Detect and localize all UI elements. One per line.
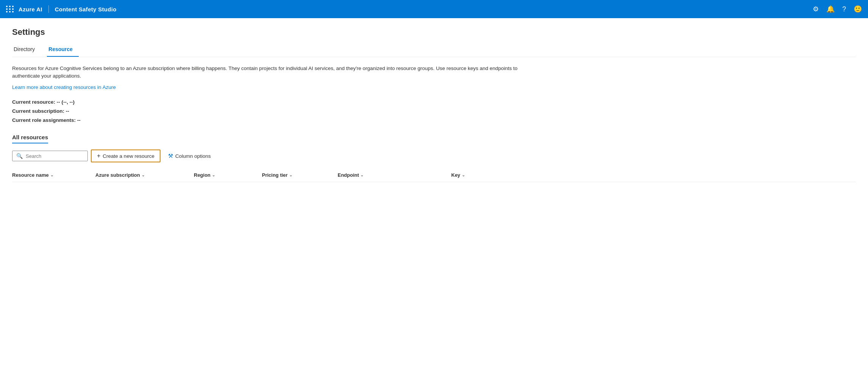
settings-icon[interactable]: ⚙ <box>813 5 819 13</box>
search-input[interactable] <box>26 153 84 159</box>
all-resources-section: All resources 🔍 + Create a new resource … <box>12 134 856 182</box>
sort-icon-key: ⌄ <box>462 173 465 177</box>
th-azure-subscription[interactable]: Azure subscription ⌄ <box>95 172 194 178</box>
create-new-resource-button[interactable]: + Create a new resource <box>91 150 161 162</box>
description-text: Resources for Azure Cognitive Services b… <box>12 65 542 80</box>
top-navigation: Azure AI Content Safety Studio ⚙ 🔔 ? 🙂 <box>0 0 868 18</box>
page-title: Settings <box>12 27 856 37</box>
column-options-label: Column options <box>175 153 211 159</box>
tabs-container: Directory Resource <box>12 43 856 57</box>
app-name-label: Content Safety Studio <box>55 6 117 12</box>
th-endpoint[interactable]: Endpoint ⌄ <box>338 172 451 178</box>
th-resource-name-label: Resource name <box>12 172 49 178</box>
create-button-label: Create a new resource <box>103 153 154 159</box>
th-endpoint-label: Endpoint <box>338 172 359 178</box>
search-box[interactable]: 🔍 <box>12 151 88 161</box>
sort-icon-pricing-tier: ⌄ <box>289 173 292 177</box>
learn-more-link[interactable]: Learn more about creating resources in A… <box>12 84 116 90</box>
th-resource-name[interactable]: Resource name ⌄ <box>12 172 95 178</box>
resource-info: Current resource: -- (--, --) Current su… <box>12 98 856 125</box>
tab-directory[interactable]: Directory <box>12 43 41 57</box>
sort-icon-resource-name: ⌄ <box>50 173 53 177</box>
current-resource-label: Current resource: -- (--, --) <box>12 98 856 107</box>
th-key[interactable]: Key ⌄ <box>451 172 527 178</box>
account-icon[interactable]: 🙂 <box>854 5 862 13</box>
brand-label: Azure AI <box>19 6 42 12</box>
apps-grid-icon[interactable] <box>6 6 14 12</box>
sort-icon-endpoint: ⌄ <box>360 173 363 177</box>
section-title: All resources <box>12 134 48 143</box>
sort-icon-region: ⌄ <box>212 173 215 177</box>
nav-right: ⚙ 🔔 ? 🙂 <box>813 5 862 13</box>
th-region-label: Region <box>194 172 210 178</box>
sort-icon-azure-subscription: ⌄ <box>142 173 145 177</box>
search-icon: 🔍 <box>16 153 23 159</box>
nav-left: Azure AI Content Safety Studio <box>6 5 117 13</box>
th-region[interactable]: Region ⌄ <box>194 172 262 178</box>
th-key-label: Key <box>451 172 460 178</box>
table-header: Resource name ⌄ Azure subscription ⌄ Reg… <box>12 168 856 182</box>
th-azure-subscription-label: Azure subscription <box>95 172 140 178</box>
help-icon[interactable]: ? <box>842 5 846 13</box>
toolbar: 🔍 + Create a new resource ⚒ Column optio… <box>12 150 856 162</box>
tab-resource[interactable]: Resource <box>47 43 79 57</box>
main-content: Settings Directory Resource Resources fo… <box>0 18 868 191</box>
notifications-icon[interactable]: 🔔 <box>826 5 835 13</box>
column-options-button[interactable]: ⚒ Column options <box>164 150 215 162</box>
plus-icon: + <box>97 153 100 159</box>
th-pricing-tier[interactable]: Pricing tier ⌄ <box>262 172 338 178</box>
nav-divider <box>48 5 49 13</box>
column-options-icon: ⚒ <box>168 153 173 159</box>
th-pricing-tier-label: Pricing tier <box>262 172 288 178</box>
current-role-label: Current role assignments: -- <box>12 116 856 125</box>
current-subscription-label: Current subscription: -- <box>12 107 856 116</box>
